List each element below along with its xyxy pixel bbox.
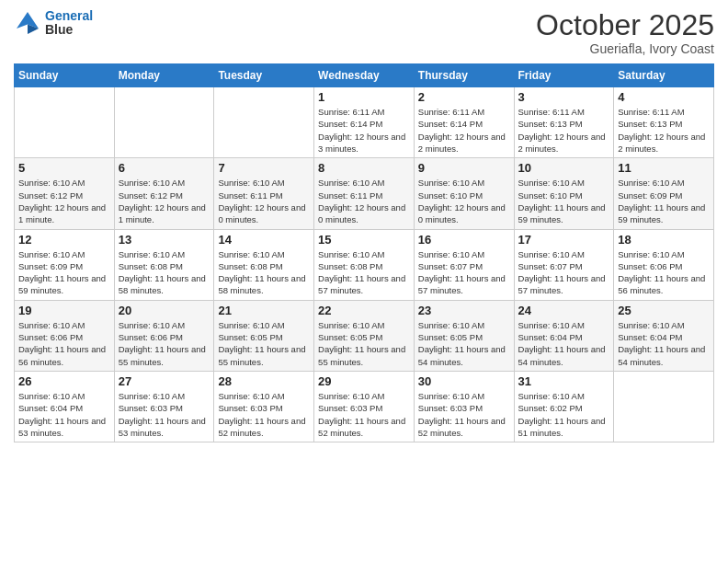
calendar-cell: 1Sunrise: 6:11 AM Sunset: 6:14 PM Daylig… [314, 87, 415, 158]
calendar-cell: 5Sunrise: 6:10 AM Sunset: 6:12 PM Daylig… [15, 158, 115, 229]
day-number: 2 [418, 90, 510, 104]
day-info: Sunrise: 6:10 AM Sunset: 6:06 PM Dayligh… [18, 319, 110, 368]
day-info: Sunrise: 6:10 AM Sunset: 6:11 PM Dayligh… [218, 177, 310, 225]
weekday-header-sunday: Sunday [15, 64, 115, 87]
day-number: 27 [119, 374, 210, 388]
day-number: 19 [18, 304, 110, 317]
day-number: 16 [418, 233, 510, 247]
day-info: Sunrise: 6:10 AM Sunset: 6:04 PM Dayligh… [618, 319, 710, 368]
calendar-cell: 9Sunrise: 6:10 AM Sunset: 6:10 PM Daylig… [414, 158, 514, 229]
calendar-cell: 7Sunrise: 6:10 AM Sunset: 6:11 PM Daylig… [214, 158, 314, 229]
weekday-header-thursday: Thursday [414, 64, 514, 87]
weekday-header-monday: Monday [114, 64, 214, 87]
day-number: 20 [119, 304, 210, 317]
calendar-cell [614, 371, 714, 442]
day-info: Sunrise: 6:10 AM Sunset: 6:04 PM Dayligh… [18, 390, 110, 439]
day-number: 31 [518, 374, 610, 388]
calendar-cell: 24Sunrise: 6:10 AM Sunset: 6:04 PM Dayli… [514, 300, 614, 371]
calendar-cell: 2Sunrise: 6:11 AM Sunset: 6:14 PM Daylig… [414, 87, 514, 158]
week-row-1: 1Sunrise: 6:11 AM Sunset: 6:14 PM Daylig… [15, 87, 714, 158]
day-number: 22 [318, 304, 410, 317]
calendar-cell: 12Sunrise: 6:10 AM Sunset: 6:09 PM Dayli… [15, 229, 115, 300]
day-number: 21 [218, 304, 310, 317]
calendar-cell: 20Sunrise: 6:10 AM Sunset: 6:06 PM Dayli… [114, 300, 214, 371]
day-number: 17 [518, 233, 610, 247]
header: General Blue October 2025 Gueriafla, Ivo… [14, 9, 714, 56]
weekday-header-wednesday: Wednesday [314, 64, 415, 87]
day-number: 26 [18, 374, 110, 388]
weekday-header-friday: Friday [514, 64, 614, 87]
logo-text: General Blue [45, 9, 93, 38]
day-info: Sunrise: 6:10 AM Sunset: 6:07 PM Dayligh… [418, 248, 510, 297]
calendar-cell: 13Sunrise: 6:10 AM Sunset: 6:08 PM Dayli… [114, 229, 214, 300]
day-number: 15 [318, 233, 410, 247]
day-info: Sunrise: 6:11 AM Sunset: 6:14 PM Dayligh… [318, 106, 410, 155]
day-number: 4 [618, 90, 710, 104]
weekday-header-row: SundayMondayTuesdayWednesdayThursdayFrid… [15, 64, 714, 87]
day-number: 6 [119, 161, 210, 175]
calendar-cell [114, 87, 214, 158]
day-number: 24 [518, 304, 610, 317]
calendar-cell: 19Sunrise: 6:10 AM Sunset: 6:06 PM Dayli… [15, 300, 115, 371]
day-info: Sunrise: 6:10 AM Sunset: 6:12 PM Dayligh… [119, 177, 210, 225]
logo: General Blue [14, 9, 93, 38]
day-info: Sunrise: 6:10 AM Sunset: 6:08 PM Dayligh… [318, 248, 410, 297]
calendar-cell: 29Sunrise: 6:10 AM Sunset: 6:03 PM Dayli… [314, 371, 415, 442]
day-info: Sunrise: 6:10 AM Sunset: 6:02 PM Dayligh… [518, 390, 610, 439]
logo-line1: General [45, 8, 93, 23]
day-info: Sunrise: 6:10 AM Sunset: 6:11 PM Dayligh… [318, 177, 410, 225]
day-number: 29 [318, 374, 410, 388]
day-info: Sunrise: 6:10 AM Sunset: 6:03 PM Dayligh… [318, 390, 410, 439]
calendar-cell: 25Sunrise: 6:10 AM Sunset: 6:04 PM Dayli… [614, 300, 714, 371]
day-number: 5 [18, 161, 110, 175]
calendar-cell: 8Sunrise: 6:10 AM Sunset: 6:11 PM Daylig… [314, 158, 415, 229]
weekday-header-saturday: Saturday [614, 64, 714, 87]
calendar-cell: 23Sunrise: 6:10 AM Sunset: 6:05 PM Dayli… [414, 300, 514, 371]
day-info: Sunrise: 6:10 AM Sunset: 6:06 PM Dayligh… [618, 248, 710, 297]
day-info: Sunrise: 6:10 AM Sunset: 6:03 PM Dayligh… [119, 390, 210, 439]
week-row-5: 26Sunrise: 6:10 AM Sunset: 6:04 PM Dayli… [15, 371, 714, 442]
logo-line2: Blue [45, 23, 93, 37]
day-info: Sunrise: 6:10 AM Sunset: 6:10 PM Dayligh… [418, 177, 510, 225]
calendar-cell: 3Sunrise: 6:11 AM Sunset: 6:13 PM Daylig… [514, 87, 614, 158]
day-number: 3 [518, 90, 610, 104]
day-info: Sunrise: 6:10 AM Sunset: 6:06 PM Dayligh… [119, 319, 210, 368]
week-row-2: 5Sunrise: 6:10 AM Sunset: 6:12 PM Daylig… [15, 158, 714, 229]
calendar-cell: 30Sunrise: 6:10 AM Sunset: 6:03 PM Dayli… [414, 371, 514, 442]
calendar-cell: 28Sunrise: 6:10 AM Sunset: 6:03 PM Dayli… [214, 371, 314, 442]
calendar-cell: 11Sunrise: 6:10 AM Sunset: 6:09 PM Dayli… [614, 158, 714, 229]
calendar-cell: 27Sunrise: 6:10 AM Sunset: 6:03 PM Dayli… [114, 371, 214, 442]
calendar-cell: 21Sunrise: 6:10 AM Sunset: 6:05 PM Dayli… [214, 300, 314, 371]
day-number: 7 [218, 161, 310, 175]
weekday-header-tuesday: Tuesday [214, 64, 314, 87]
day-number: 14 [218, 233, 310, 247]
calendar-cell: 4Sunrise: 6:11 AM Sunset: 6:13 PM Daylig… [614, 87, 714, 158]
day-info: Sunrise: 6:10 AM Sunset: 6:09 PM Dayligh… [618, 177, 710, 225]
day-number: 1 [318, 90, 410, 104]
day-info: Sunrise: 6:10 AM Sunset: 6:03 PM Dayligh… [218, 390, 310, 439]
day-info: Sunrise: 6:10 AM Sunset: 6:05 PM Dayligh… [218, 319, 310, 368]
calendar-cell [15, 87, 115, 158]
day-info: Sunrise: 6:10 AM Sunset: 6:10 PM Dayligh… [518, 177, 610, 225]
day-number: 25 [618, 304, 710, 317]
day-number: 28 [218, 374, 310, 388]
day-number: 10 [518, 161, 610, 175]
day-info: Sunrise: 6:10 AM Sunset: 6:05 PM Dayligh… [418, 319, 510, 368]
day-info: Sunrise: 6:11 AM Sunset: 6:13 PM Dayligh… [618, 106, 710, 155]
calendar-cell: 22Sunrise: 6:10 AM Sunset: 6:05 PM Dayli… [314, 300, 415, 371]
week-row-4: 19Sunrise: 6:10 AM Sunset: 6:06 PM Dayli… [15, 300, 714, 371]
day-info: Sunrise: 6:10 AM Sunset: 6:08 PM Dayligh… [218, 248, 310, 297]
day-number: 23 [418, 304, 510, 317]
calendar-cell [214, 87, 314, 158]
day-info: Sunrise: 6:10 AM Sunset: 6:09 PM Dayligh… [18, 248, 110, 297]
title-area: October 2025 Gueriafla, Ivory Coast [536, 9, 714, 56]
calendar-cell: 6Sunrise: 6:10 AM Sunset: 6:12 PM Daylig… [114, 158, 214, 229]
calendar-cell: 26Sunrise: 6:10 AM Sunset: 6:04 PM Dayli… [15, 371, 115, 442]
calendar-cell: 10Sunrise: 6:10 AM Sunset: 6:10 PM Dayli… [514, 158, 614, 229]
day-number: 12 [18, 233, 110, 247]
day-number: 18 [618, 233, 710, 247]
calendar-cell: 31Sunrise: 6:10 AM Sunset: 6:02 PM Dayli… [514, 371, 614, 442]
calendar: SundayMondayTuesdayWednesdayThursdayFrid… [14, 63, 714, 442]
day-info: Sunrise: 6:10 AM Sunset: 6:04 PM Dayligh… [518, 319, 610, 368]
page: General Blue October 2025 Gueriafla, Ivo… [0, 0, 728, 563]
